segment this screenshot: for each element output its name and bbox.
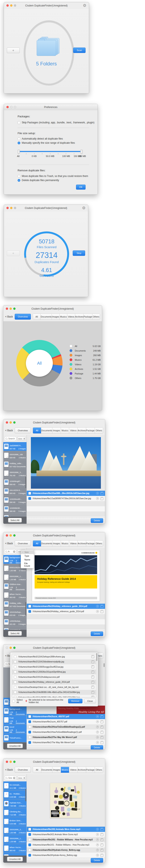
hidden-file-row[interactable]: /Volumes/share/file3/04e98080-04fe-48e6-…	[12, 695, 96, 698]
file-row[interactable]: /Volumes/share/file2/02.Animals Were Gon…	[27, 827, 105, 832]
legend-row[interactable]: Documents 249 MB	[70, 349, 101, 352]
search-input[interactable]	[8, 777, 12, 779]
category-tab[interactable]: Others	[95, 767, 103, 773]
duplicate-group-item[interactable]: S5002896_1... 1.30 MB 2 Musics	[3, 835, 27, 844]
auto-detect-option[interactable]: Automatically detect all duplicate files	[17, 137, 63, 140]
duplicate-group-item[interactable]: 120639x6qs... 421 KB 3 Images	[3, 618, 27, 626]
category-tab[interactable]: Images	[52, 767, 61, 773]
file-checkbox[interactable]	[28, 843, 31, 846]
remove-button[interactable]: Remove	[68, 699, 82, 703]
duplicate-group-item[interactable]: 115636subfr... 590 KB 3 Images	[3, 496, 27, 504]
minimize-button[interactable]	[10, 4, 12, 7]
category-tab[interactable]: Videos	[69, 428, 77, 433]
preview-icon[interactable]	[96, 725, 99, 728]
legend-row[interactable]: Archives 1.51 GB	[70, 368, 101, 370]
file-row[interactable]: /Volumes/share/file2/HowToGiveBibleReadi…	[27, 724, 105, 730]
category-tab[interactable]: Others	[95, 428, 103, 433]
category-tab[interactable]: Musics	[61, 428, 69, 433]
hidden-file-row[interactable]: /Volumes/share/file3/115415efsqsn399hv4v…	[12, 654, 96, 659]
scan-button[interactable]: Scan	[73, 48, 85, 53]
preview-icon[interactable]	[96, 715, 99, 718]
clear-search-icon[interactable]: ✕	[13, 777, 15, 779]
minimize-button[interactable]	[9, 308, 12, 310]
hidden-file-row[interactable]: /Volumes/share/file3/115605ovggo2luvlfl2…	[12, 664, 96, 670]
unselect-all-button[interactable]: Unselect All	[7, 857, 23, 861]
hidden-file-checkbox[interactable]	[14, 696, 16, 698]
reveal-icon[interactable]	[92, 691, 94, 694]
file-checkbox[interactable]	[28, 715, 31, 718]
zoom-button[interactable]	[13, 308, 15, 310]
duplicate-group-item[interactable]: 01 - Robbie... 9.49 MB 2 Musics	[3, 790, 27, 799]
duplicate-group-item[interactable]: TSSclForm1...	[3, 734, 27, 742]
stop-button[interactable]: Stop	[73, 250, 85, 256]
select-all-button[interactable]: Select All	[8, 631, 22, 636]
legend-row[interactable]: Musics 61.2 MB	[70, 359, 101, 361]
reveal-icon[interactable]	[92, 655, 94, 658]
file-row[interactable]: /Volumes/share/file1/The Way We Weren't.…	[27, 740, 105, 745]
sort-menu-item[interactable]: File Count	[21, 561, 34, 568]
search-field[interactable]: ✕	[4, 549, 16, 554]
duplicate-group-item[interactable]: 02.Animals... 14.1 MB 2 Musics	[3, 781, 27, 790]
duplicate-group-item[interactable]: background-... 1.39 MB 2 Documents	[3, 707, 27, 715]
hidden-file-checkbox[interactable]	[14, 691, 16, 693]
sort-dropdown[interactable]: Size	[17, 776, 26, 780]
close-button[interactable]	[6, 106, 9, 108]
category-tab[interactable]: Images	[52, 314, 60, 319]
zoom-button[interactable]	[14, 106, 16, 108]
dialog-scrollbar[interactable]	[96, 653, 97, 661]
category-tab[interactable]: Images	[52, 540, 61, 546]
file-row[interactable]: /Volumes/share/file3/02.Animals Were Gon…	[27, 832, 105, 837]
file-row[interactable]: /Volumes/share/file1/01 - Robbie William…	[27, 842, 105, 847]
legend-row[interactable]: Others 1.75 GB	[70, 377, 101, 379]
category-tab[interactable]: Documents	[41, 428, 52, 433]
reveal-icon[interactable]	[101, 725, 103, 728]
file-row[interactable]: /Volumes/share/file1/HowToGiveBibleReadi…	[27, 730, 105, 735]
category-tab[interactable]: Videos	[69, 540, 77, 546]
back-button[interactable]: < Back	[5, 429, 13, 432]
manual-size-radio[interactable]	[17, 142, 20, 144]
file-checkbox[interactable]	[28, 725, 31, 728]
preview-icon[interactable]	[96, 741, 99, 744]
reveal-icon[interactable]	[92, 686, 94, 689]
reveal-icon[interactable]	[101, 741, 103, 744]
select-all-button[interactable]: Select All	[8, 518, 22, 523]
file-checkbox[interactable]	[28, 492, 31, 495]
search-field[interactable]: ✕	[4, 776, 16, 780]
duplicate-group-item[interactable]: 115415efsqs... 433 KB 2 Images	[3, 609, 27, 617]
overview-button[interactable]: Overview	[15, 767, 31, 773]
category-tab[interactable]: All	[33, 428, 41, 433]
hidden-file-checkbox[interactable]	[14, 671, 16, 673]
category-tab[interactable]: Package	[86, 767, 95, 773]
hidden-file-row[interactable]: /Volumes/share/file2/2012holidaysuccess.…	[12, 675, 96, 680]
file-checkbox[interactable]	[28, 741, 31, 744]
duplicate-group-item[interactable]: Holiday_refer... 827 KB 2 Documents	[3, 460, 27, 469]
close-button[interactable]	[6, 647, 8, 649]
zoom-button[interactable]	[13, 647, 15, 649]
slider-handle-min[interactable]	[17, 150, 20, 154]
category-tab[interactable]: Videos	[69, 767, 77, 773]
duplicate-group-item[interactable]: Broken Strin... 5.04 MB 2 Musics	[3, 817, 27, 826]
reveal-icon[interactable]	[101, 497, 103, 500]
category-tab[interactable]: Archives	[75, 314, 84, 319]
hidden-file-row[interactable]: /Users/zhou/Desktop/1/test coc...d3_rank…	[12, 685, 96, 690]
legend-row[interactable]: All 5.02 GB	[70, 345, 101, 347]
preview-icon[interactable]	[96, 731, 99, 734]
category-tab[interactable]: Others	[93, 314, 100, 319]
reveal-icon[interactable]	[92, 671, 94, 674]
reveal-icon[interactable]	[101, 610, 103, 613]
file-row[interactable]: /Volumes/share/file3/Holiday_reference_g…	[27, 609, 105, 614]
preview-icon[interactable]	[96, 605, 99, 608]
dialog-select-all-checkbox[interactable]	[12, 700, 15, 703]
category-tab[interactable]: Images	[52, 428, 61, 433]
duplicate-group-item[interactable]: 115656kr80... 580 KB 3 Images	[3, 505, 27, 513]
reveal-icon[interactable]	[101, 854, 103, 857]
category-tab[interactable]: Documents	[41, 767, 52, 773]
reveal-icon[interactable]	[92, 681, 94, 684]
preview-icon[interactable]	[96, 854, 99, 857]
sort-menu-item[interactable]: Name	[21, 558, 34, 561]
duplicate-group-item[interactable]: Hydrate-Ken... 7.80 MB 2 Musics	[3, 799, 27, 808]
gear-icon[interactable]: ⚙	[82, 206, 85, 211]
hidden-file-row[interactable]: /Volumes/share/file1/120636w191qso63pr66…	[12, 670, 96, 675]
category-tab[interactable]: Package	[86, 428, 95, 433]
category-tab[interactable]: Musics	[60, 314, 67, 319]
